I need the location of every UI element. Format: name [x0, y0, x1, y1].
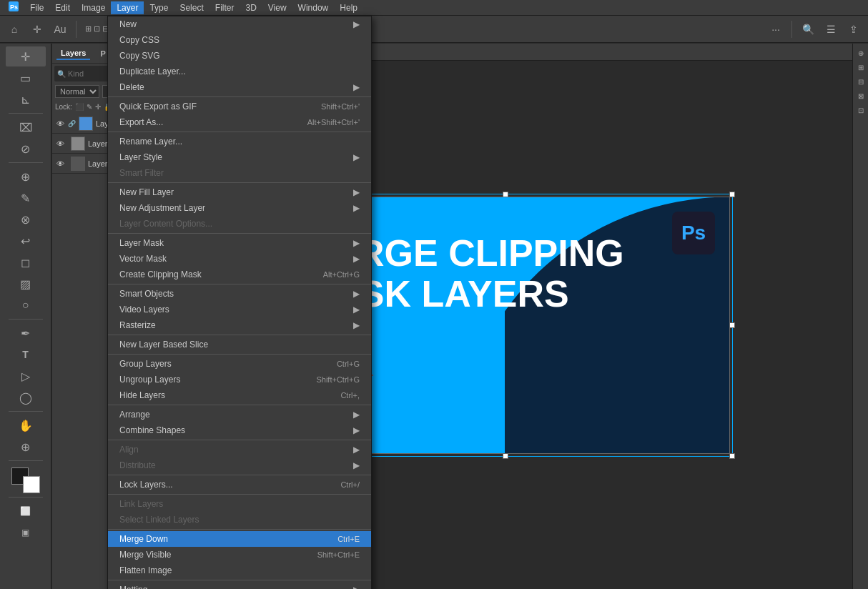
tool-divider-3: [9, 319, 43, 320]
right-panel-btn-3[interactable]: ⊟: [854, 75, 867, 88]
menu-item-lock-layers[interactable]: Lock Layers... Ctrl+/: [108, 477, 371, 493]
auto-select-btn[interactable]: Au: [50, 19, 70, 39]
lock-image-icon[interactable]: ✎: [87, 103, 92, 111]
clone-tool[interactable]: ⊗: [6, 209, 46, 229]
menu-item-hide-layers[interactable]: Hide Layers Ctrl+,: [108, 387, 371, 403]
right-panel: ⊕ ⊞ ⊟ ⊠ ⊡: [852, 44, 868, 589]
zoom-tool[interactable]: ⊕: [6, 437, 46, 457]
history-brush-tool[interactable]: ↩: [6, 231, 46, 251]
screen-mode-btn[interactable]: ▣: [6, 523, 46, 543]
menu-sep-6: [108, 335, 371, 335]
menu-view[interactable]: View: [262, 1, 292, 14]
layer-chain-0: 🔗: [68, 120, 76, 127]
move-tool[interactable]: ✛: [6, 46, 46, 66]
menu-image[interactable]: Image: [76, 1, 111, 14]
more-options-btn[interactable]: ···: [766, 19, 786, 39]
menu-edit[interactable]: Edit: [49, 1, 76, 14]
menu-item-merge-down[interactable]: Merge Down Ctrl+E: [108, 531, 371, 547]
select-rect-tool[interactable]: ▭: [6, 68, 46, 88]
menu-item-select-linked-label: Select Linked Layers: [119, 515, 360, 525]
eraser-tool[interactable]: ◻: [6, 252, 46, 272]
workspace-btn[interactable]: ☰: [821, 19, 841, 39]
right-panel-btn-5[interactable]: ⊡: [854, 104, 867, 117]
search-btn[interactable]: 🔍: [798, 19, 818, 39]
handle-br: [729, 453, 735, 459]
menu-sep-11: [108, 494, 371, 495]
menu-item-new[interactable]: New ▶: [108, 16, 371, 32]
lock-position-icon[interactable]: ✛: [95, 103, 101, 111]
menu-item-export-as-label: Export As...: [119, 117, 307, 127]
dodge-tool[interactable]: ○: [6, 295, 46, 315]
eyedropper-tool[interactable]: ⊘: [6, 139, 46, 159]
home-button[interactable]: ⌂: [4, 19, 24, 39]
menu-item-flatten-image[interactable]: Flatten Image: [108, 563, 371, 578]
menu-select[interactable]: Select: [174, 1, 209, 14]
shape-tool[interactable]: ◯: [6, 387, 46, 407]
pen-tool[interactable]: ✒: [6, 323, 46, 343]
menu-item-export-as-shortcut: Alt+Shift+Ctrl+': [307, 118, 360, 127]
crop-tool[interactable]: ⌧: [6, 117, 46, 137]
menu-sep-2: [108, 132, 371, 132]
menu-item-duplicate[interactable]: Duplicate Layer...: [108, 64, 371, 79]
menu-item-rasterize[interactable]: Rasterize ▶: [108, 317, 371, 333]
menu-item-new-layer-slice[interactable]: New Layer Based Slice: [108, 337, 371, 352]
type-tool[interactable]: T: [6, 345, 46, 365]
menu-item-layer-style[interactable]: Layer Style ▶: [108, 149, 371, 165]
menu-item-new-adjustment-label: New Adjustment Layer: [119, 203, 353, 213]
menu-item-smart-objects[interactable]: Smart Objects ▶: [108, 286, 371, 302]
menu-item-rasterize-label: Rasterize: [119, 320, 353, 330]
gradient-tool[interactable]: ▨: [6, 274, 46, 294]
menu-item-new-adjustment[interactable]: New Adjustment Layer ▶: [108, 200, 371, 216]
menu-ps[interactable]: Ps: [3, 0, 24, 15]
layer-vis-0[interactable]: 👁: [55, 119, 65, 129]
menu-item-quick-export-label: Quick Export as GIF: [119, 102, 321, 112]
menu-item-rename[interactable]: Rename Layer...: [108, 134, 371, 149]
layer-vis-1[interactable]: 👁: [55, 139, 65, 149]
menu-item-delete[interactable]: Delete ▶: [108, 79, 371, 95]
menu-item-arrange[interactable]: Arrange ▶: [108, 407, 371, 422]
menu-help[interactable]: Help: [334, 1, 363, 14]
spot-heal-tool[interactable]: ⊕: [6, 167, 46, 187]
right-panel-btn-2[interactable]: ⊞: [854, 61, 867, 74]
path-select-tool[interactable]: ▷: [6, 366, 46, 386]
brush-tool[interactable]: ✎: [6, 188, 46, 208]
lasso-tool[interactable]: ⊾: [6, 89, 46, 109]
quick-mask-btn[interactable]: ⬜: [6, 501, 46, 521]
menu-item-video-layers[interactable]: Video Layers ▶: [108, 302, 371, 317]
menu-item-smart-objects-arrow: ▶: [353, 289, 360, 299]
menu-layer[interactable]: Layer: [111, 1, 144, 14]
lock-transparent-icon[interactable]: ⬛: [75, 103, 84, 111]
menu-sep-12: [108, 529, 371, 530]
right-panel-btn-4[interactable]: ⊠: [854, 89, 867, 102]
hand-tool[interactable]: ✋: [6, 415, 46, 435]
menu-item-vector-mask[interactable]: Vector Mask ▶: [108, 251, 371, 267]
menu-filter[interactable]: Filter: [209, 1, 240, 14]
menu-item-clipping-mask[interactable]: Create Clipping Mask Alt+Ctrl+G: [108, 267, 371, 282]
menu-item-clipping-mask-label: Create Clipping Mask: [119, 269, 323, 279]
right-panel-btn-1[interactable]: ⊕: [854, 46, 867, 59]
background-color[interactable]: [23, 476, 40, 493]
menu-item-video-layers-arrow: ▶: [353, 305, 360, 315]
layers-tab[interactable]: Layers: [56, 47, 90, 60]
layer-vis-2[interactable]: 👁: [55, 159, 65, 169]
menu-item-combine-shapes[interactable]: Combine Shapes ▶: [108, 422, 371, 438]
move-tool-btn[interactable]: ✛: [27, 19, 47, 39]
menu-file[interactable]: File: [24, 1, 49, 14]
share-btn[interactable]: ⇪: [844, 19, 864, 39]
menu-item-smart-filter: Smart Filter: [108, 165, 371, 181]
menu-3d[interactable]: 3D: [240, 1, 262, 14]
menu-item-new-fill[interactable]: New Fill Layer ▶: [108, 184, 371, 200]
menu-item-matting[interactable]: Matting ▶: [108, 582, 371, 589]
blending-mode-select[interactable]: Normal: [55, 85, 99, 98]
menu-window[interactable]: Window: [292, 1, 335, 14]
menu-item-group-layers[interactable]: Group Layers Ctrl+G: [108, 356, 371, 372]
menu-item-layer-mask[interactable]: Layer Mask ▶: [108, 235, 371, 251]
menu-item-merge-visible[interactable]: Merge Visible Shift+Ctrl+E: [108, 547, 371, 563]
menu-item-ungroup-layers[interactable]: Ungroup Layers Shift+Ctrl+G: [108, 372, 371, 387]
menu-item-export-as[interactable]: Export As... Alt+Shift+Ctrl+': [108, 114, 371, 130]
menu-type[interactable]: Type: [144, 1, 174, 14]
menu-sep-1: [108, 96, 371, 97]
menu-item-quick-export[interactable]: Quick Export as GIF Shift+Ctrl+': [108, 99, 371, 114]
menu-item-copy-svg[interactable]: Copy SVG: [108, 48, 371, 64]
menu-item-copy-css[interactable]: Copy CSS: [108, 32, 371, 48]
